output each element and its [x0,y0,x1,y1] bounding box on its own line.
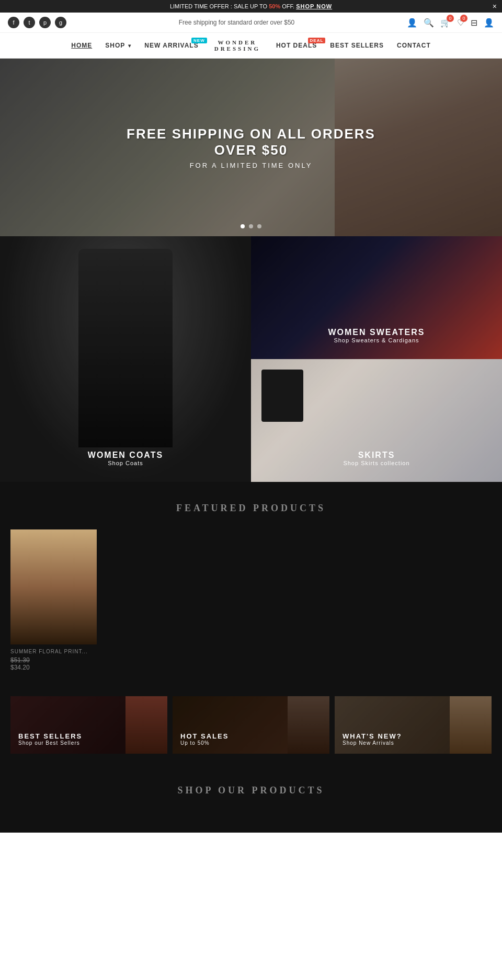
category-right-col: WOMEN SWEATERS Shop Sweaters & Cardigans… [251,236,502,482]
slider-dot-3[interactable] [257,224,261,228]
nav-shop[interactable]: SHOP ▾ [105,42,131,49]
promo-hot-sales[interactable]: HOT SALES Up to 50% [173,696,329,754]
facebook-icon[interactable]: f [8,17,19,28]
wishlist-badge: 0 [460,15,467,22]
nav-home[interactable]: HOME [71,42,92,49]
nav-links: HOME SHOP ▾ NEW ARRIVALS New [71,42,198,49]
nav-new-arrivals[interactable]: NEW ARRIVALS New [144,42,198,49]
featured-title: FEATURED PRODUCTS [10,503,492,514]
shop-now-link[interactable]: SHOP NOW [296,3,332,9]
pinterest-icon[interactable]: p [39,17,51,28]
coats-overlay [0,236,251,482]
category-coats[interactable]: WOMEN COATS Shop Coats [0,236,251,482]
product-price-old: $51.30 [10,656,97,664]
close-announcement-button[interactable]: × [493,2,497,10]
search-icon[interactable]: 🔍 [424,18,434,28]
category-sweaters[interactable]: WOMEN SWEATERS Shop Sweaters & Cardigans [251,236,502,359]
slider-dots [241,224,261,228]
slider-dot-2[interactable] [249,224,253,228]
sale-percent: 50% [269,3,280,9]
account-icon[interactable]: 👤 [484,18,494,28]
social-icons: f t p g [8,17,66,28]
nav-hot-deals[interactable]: HOT DEALS Deal [276,42,317,49]
new-arrivals-badge: New [191,38,207,43]
shop-dropdown-arrow: ▾ [128,43,131,49]
top-bar: f t p g Free shipping for standard order… [0,13,502,33]
cart-badge: 0 [447,15,454,22]
hero-subheadline: FOR A LIMITED TIME ONLY [126,162,376,169]
compare-icon[interactable]: ⊟ [471,18,477,28]
nav-contact[interactable]: CONTACT [397,42,431,49]
skirts-label: SKIRTS Shop Skirts collection [343,451,409,466]
twitter-icon[interactable]: t [24,17,35,28]
promo-whats-new[interactable]: WHAT'S NEW? Shop New Arrivals [335,696,492,754]
category-coats-section: WOMEN COATS Shop Coats [0,236,251,482]
category-skirts[interactable]: SKIRTS Shop Skirts collection [251,359,502,482]
hero-content: FREE SHIPPING ON ALL ORDERS OVER $50 FOR… [126,126,376,169]
google-icon[interactable]: g [55,17,66,28]
best-sellers-label: BEST SELLERS Shop our Best Sellers [18,732,82,746]
sweaters-label: WOMEN SWEATERS Shop Sweaters & Cardigans [328,328,425,343]
hero-slider: FREE SHIPPING ON ALL ORDERS OVER $50 FOR… [0,59,502,236]
cart-icon[interactable]: 🛒0 [440,18,451,28]
promo-best-sellers[interactable]: BEST SELLERS Shop our Best Sellers [10,696,167,754]
wishlist-icon[interactable]: ♡0 [457,18,464,28]
product-image-inner [10,529,97,644]
nav-best-sellers[interactable]: BEST SELLERS [330,42,384,49]
product-info: SUMMER FLORAL PRINT... $51.30 $34.20 [10,644,97,675]
products-grid: SUMMER FLORAL PRINT... $51.30 $34.20 [10,529,492,675]
promo-banners: BEST SELLERS Shop our Best Sellers HOT S… [0,696,502,769]
category-grid: WOMEN COATS Shop Coats WOMEN SWEATERS Sh… [0,236,502,482]
hot-sales-label: HOT SALES Up to 50% [180,732,229,746]
main-nav: HOME SHOP ▾ NEW ARRIVALS New WONDER DRES… [0,33,502,59]
hero-headline: FREE SHIPPING ON ALL ORDERS OVER $50 [126,126,376,158]
announcement-text: LIMITED TIME OFFER : SALE UP TO 50% OFF.… [170,3,332,9]
free-shipping-text: Free shipping for standard order over $5… [66,19,407,26]
top-bar-icons: 👤 🔍 🛒0 ♡0 ⊟ 👤 [407,18,494,28]
product-card[interactable]: SUMMER FLORAL PRINT... $51.30 $34.20 [10,529,97,675]
announcement-bar: LIMITED TIME OFFER : SALE UP TO 50% OFF.… [0,0,502,13]
hot-deals-badge: Deal [308,38,326,43]
shop-section: SHOP OUR PRODUCTS [0,769,502,833]
featured-section: FEATURED PRODUCTS SUMMER FLORAL PRINT...… [0,482,502,696]
nav-links-right: HOT DEALS Deal BEST SELLERS CONTACT [276,42,431,49]
product-price-new: $34.20 [10,664,97,671]
login-icon[interactable]: 👤 [407,18,417,28]
product-image [10,529,97,644]
site-logo[interactable]: WONDER DRESSING [214,39,260,52]
shop-section-title: SHOP OUR PRODUCTS [10,785,492,796]
slider-dot-1[interactable] [241,224,245,228]
product-name: SUMMER FLORAL PRINT... [10,649,97,654]
whats-new-label: WHAT'S NEW? Shop New Arrivals [343,732,402,746]
coats-label: WOMEN COATS Shop Coats [88,451,163,466]
